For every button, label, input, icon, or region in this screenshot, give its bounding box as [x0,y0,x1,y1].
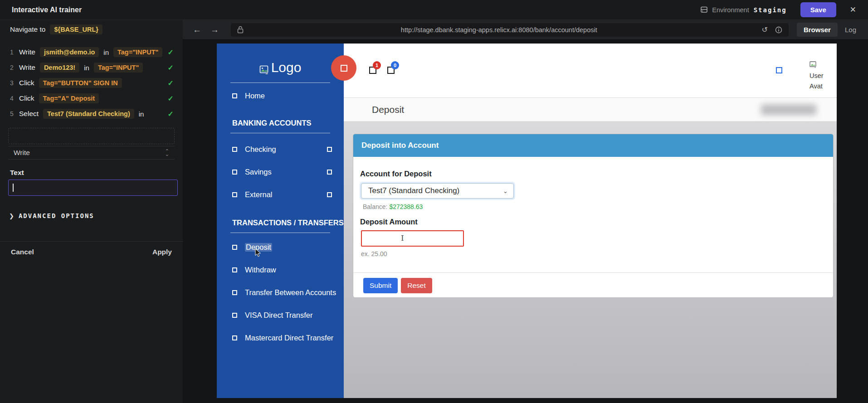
stop-recording-button[interactable] [331,55,356,81]
section-title-transactions: TRANSACTIONS / TRANSFERS [217,218,344,227]
broken-image-icon [232,93,237,98]
step-action: Select [19,110,39,118]
broken-image-icon [232,147,237,152]
step-action: Click [19,94,34,102]
close-icon[interactable]: ✕ [850,5,856,15]
sidebar-item-label: External [245,190,273,199]
page-title: Deposit [372,104,404,115]
reset-button[interactable]: Reset [401,278,432,293]
trainer-panel-footer: Cancel Apply [0,241,183,262]
sidebar-item-label: Transfer Between Accounts [245,288,336,297]
tab-browser[interactable]: Browser [797,23,838,37]
bank-header-band: 1 0 User Avat [344,44,837,98]
step-success-check-icon: ✓ [168,79,174,87]
sidebar-divider [230,83,330,83]
text-input[interactable] [8,180,178,196]
notification-badge: 0 [391,61,399,69]
back-button[interactable]: ← [193,25,201,35]
submit-button[interactable]: Submit [363,278,398,293]
step-connector: in [139,110,144,118]
step-success-check-icon: ✓ [168,110,174,118]
notification-badge: 1 [373,61,381,69]
sidebar-item-home[interactable]: Home [217,89,344,102]
step-row-2[interactable]: 2 Write Demo123! in Tag="INPUT" ✓ [0,60,183,75]
step-number: 4 [10,95,19,102]
refresh-icon[interactable]: ↺ [762,25,768,34]
trainer-titlebar: Interactive AI trainer Environment Stagi… [0,0,868,20]
sidebar-item-external[interactable]: External [217,188,344,201]
environment-label: Environment [712,6,749,14]
broken-image-icon [232,170,237,175]
bank-logo-text: Logo [271,60,302,75]
step-success-check-icon: ✓ [168,63,174,72]
step-connector: in [103,49,109,56]
deposit-amount-label: Deposit Amount [360,218,418,226]
sidebar-item-checking[interactable]: Checking [217,142,344,156]
sidebar-item-mastercard-direct-transfer[interactable]: Mastercard Direct Transfer [217,331,344,345]
sidebar-item-label: Checking [245,145,276,154]
save-button[interactable]: Save [800,2,836,17]
notification-icon-alerts[interactable]: 0 [387,67,395,74]
account-for-deposit-label: Account for Deposit [360,170,432,178]
step-selector-token: Tag="INPUT" [113,47,162,57]
deposit-card-header: Deposit into Account [353,134,833,157]
sidebar-item-withdraw[interactable]: Withdraw [217,263,344,277]
sidebar-item-visa-direct-transfer[interactable]: VISA Direct Transfer [217,308,344,322]
navigate-step[interactable]: Navigate to ${BASE_URL} [10,24,102,34]
action-type-value: Write [14,149,165,157]
select-updown-icon: ⌃⌄ [165,150,169,156]
bank-logo[interactable]: Logo [217,44,344,75]
web-page-viewport: Logo Home BANKING ACCOUNTS Checking Savi… [217,44,837,398]
advanced-options-label: ADVANCED OPTIONS [19,212,94,219]
base-url-token: ${BASE_URL} [50,24,102,34]
advanced-options-toggle[interactable]: ❯ ADVANCED OPTIONS [9,212,94,219]
step-row-4[interactable]: 4 Click Tag="A" Deposit ✓ [0,91,183,106]
step-row-5[interactable]: 5 Select Test7 (Standard Checking) in ✓ [0,106,183,121]
blurred-welcome-text [761,104,816,115]
balance-value: $272388.63 [389,203,423,210]
step-value-token: jsmith@demo.io [40,47,99,57]
step-success-check-icon: ✓ [168,94,174,103]
cancel-button[interactable]: Cancel [11,248,34,256]
app-title: Interactive AI trainer [12,6,82,14]
broken-image-icon[interactable] [776,67,782,73]
url-bar[interactable]: http://stage.dbank.staging-apps.relicx.a… [231,23,789,37]
forward-button[interactable]: → [210,25,219,35]
sidebar-item-savings[interactable]: Savings [217,165,344,179]
tab-log[interactable]: Log [845,26,856,34]
step-selector-token: Tag="A" Deposit [39,93,99,103]
broken-image-icon [232,267,237,272]
sidebar-divider [230,133,330,133]
info-icon[interactable] [775,26,782,34]
sidebar-divider [230,233,330,233]
new-step-drop-placeholder [8,128,175,144]
chevron-right-icon: ❯ [9,213,14,219]
environment-value[interactable]: Staging [754,6,787,14]
lock-open-icon [237,26,244,34]
deposit-card: Deposit into Account Account for Deposit… [353,134,834,298]
navigate-label: Navigate to [10,25,45,34]
step-list: 1 Write jsmith@demo.io in Tag="INPUT" ✓ … [0,44,183,121]
step-action: Write [19,48,35,56]
text-caret [13,184,14,192]
notification-icon-messages[interactable]: 1 [369,67,376,74]
broken-image-icon [809,61,817,68]
sidebar-item-deposit[interactable]: Deposit [217,240,344,254]
user-avatar[interactable]: User Avat [809,61,833,96]
broken-image-icon [327,192,332,197]
sidebar-item-label: Savings [245,168,272,176]
apply-button[interactable]: Apply [152,248,172,256]
step-success-check-icon: ✓ [168,48,174,57]
action-type-select[interactable]: Write ⌃⌄ [8,146,175,160]
sidebar-item-label: Withdraw [245,266,276,274]
step-row-3[interactable]: 3 Click Tag="BUTTON" SIGN IN ✓ [0,75,183,91]
deposit-amount-input[interactable] [361,230,464,247]
deposit-card-footer: Submit Reset [353,272,833,298]
trainer-panel: Navigate to ${BASE_URL} 1 Write jsmith@d… [0,20,183,403]
step-row-1[interactable]: 1 Write jsmith@demo.io in Tag="INPUT" ✓ [0,44,183,60]
page-title-band: Deposit [344,98,837,121]
step-connector: in [84,64,89,72]
sidebar-item-transfer-between-accounts[interactable]: Transfer Between Accounts [217,286,344,299]
account-select[interactable]: Test7 (Standard Checking) ⌄ [361,183,514,199]
avatar-alt-text: User Avat [809,71,833,91]
